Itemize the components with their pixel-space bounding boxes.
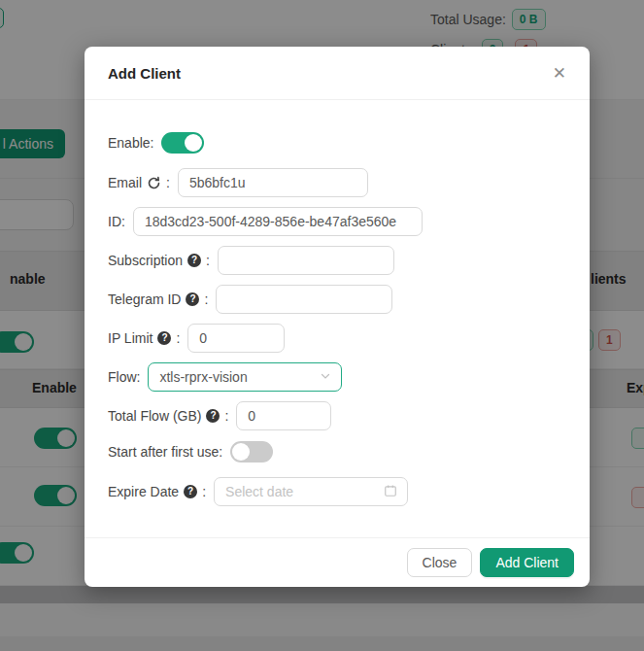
calendar-icon xyxy=(384,484,397,500)
start-after-first-use-row: Start after first use: xyxy=(108,440,566,463)
expire-date-picker[interactable]: Select date xyxy=(214,477,408,506)
modal-header: Add Client ✕ xyxy=(85,47,590,100)
flow-selected-value: xtls-rprx-vision xyxy=(159,369,247,385)
help-icon[interactable]: ? xyxy=(186,292,199,306)
modal-body: Enable: Email : ID: Subscription ?: xyxy=(85,100,590,537)
email-input[interactable] xyxy=(178,168,368,197)
chevron-down-icon xyxy=(320,369,331,385)
id-label: ID: xyxy=(108,214,125,229)
ip-limit-row: IP Limit ?: xyxy=(108,324,566,353)
refresh-icon[interactable] xyxy=(147,176,161,190)
subscription-row: Subscription ?: xyxy=(108,246,566,275)
flow-select[interactable]: xtls-rprx-vision xyxy=(148,362,342,392)
email-label: Email xyxy=(108,175,142,190)
close-icon[interactable]: ✕ xyxy=(553,65,566,82)
ip-limit-label: IP Limit xyxy=(108,330,153,346)
telegram-id-input[interactable] xyxy=(216,285,392,314)
help-icon[interactable]: ? xyxy=(184,485,197,498)
help-icon[interactable]: ? xyxy=(206,409,220,423)
subscription-input[interactable] xyxy=(218,246,394,275)
telegram-id-label: Telegram ID xyxy=(108,291,181,307)
enable-toggle[interactable] xyxy=(161,132,204,154)
expire-date-label: Expire Date xyxy=(108,484,179,499)
modal-title: Add Client xyxy=(108,65,181,82)
add-client-button[interactable]: Add Client xyxy=(480,548,574,577)
toggle-knob xyxy=(232,443,250,461)
flow-row: Flow: xtls-rprx-vision xyxy=(108,362,566,392)
enable-row: Enable: xyxy=(108,131,566,154)
total-flow-row: Total Flow (GB) ?: xyxy=(108,401,566,430)
modal-footer: Close Add Client xyxy=(85,537,590,587)
expire-date-placeholder: Select date xyxy=(225,484,293,499)
telegram-id-row: Telegram ID ?: xyxy=(108,285,566,314)
id-input[interactable] xyxy=(133,207,423,236)
close-button[interactable]: Close xyxy=(407,548,473,577)
flow-label: Flow: xyxy=(108,369,140,385)
expire-date-row: Expire Date ?: Select date xyxy=(108,477,566,506)
help-icon[interactable]: ? xyxy=(187,254,201,267)
start-after-first-use-toggle[interactable] xyxy=(230,441,273,463)
total-flow-label: Total Flow (GB) xyxy=(108,408,201,424)
start-after-first-use-label: Start after first use: xyxy=(108,444,222,460)
add-client-modal: Add Client ✕ Enable: Email : ID: xyxy=(85,47,590,587)
ip-limit-input[interactable] xyxy=(187,324,285,353)
id-row: ID: xyxy=(108,207,566,236)
email-row: Email : xyxy=(108,168,566,197)
enable-label: Enable: xyxy=(108,135,153,151)
help-icon[interactable]: ? xyxy=(157,331,171,345)
subscription-label: Subscription xyxy=(108,253,183,268)
toggle-knob xyxy=(185,134,202,152)
total-flow-input[interactable] xyxy=(236,401,331,430)
